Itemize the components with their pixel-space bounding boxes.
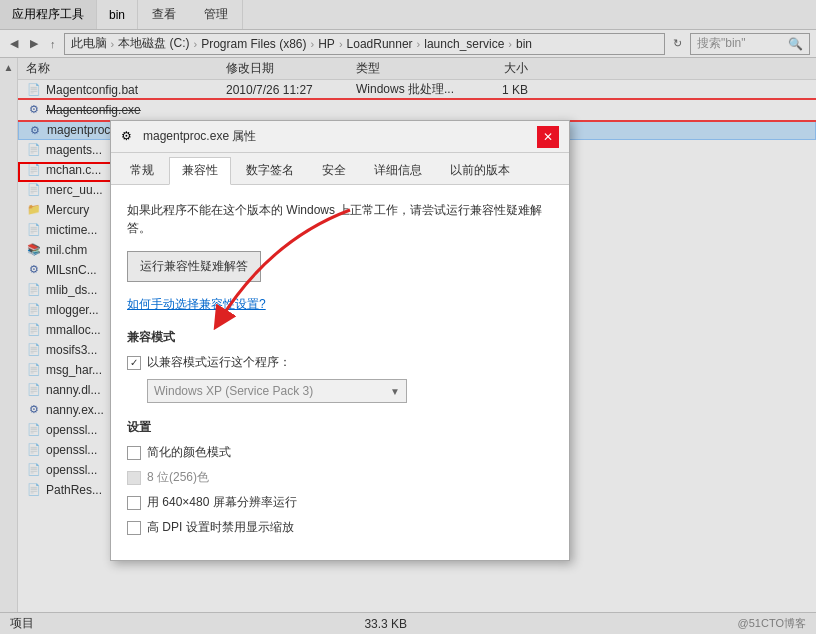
settings-checkbox-0[interactable] bbox=[127, 446, 141, 460]
run-troubleshooter-button[interactable]: 运行兼容性疑难解答 bbox=[127, 251, 261, 282]
settings-label-1: 8 位(256)色 bbox=[147, 469, 209, 486]
compat-mode-select[interactable]: Windows XP (Service Pack 3) ▼ bbox=[147, 379, 407, 403]
tab-general[interactable]: 常规 bbox=[117, 157, 167, 184]
dialog-titlebar: ⚙ magentproc.exe 属性 ✕ bbox=[111, 121, 569, 153]
dialog-description: 如果此程序不能在这个版本的 Windows 上正常工作，请尝试运行兼容性疑难解答… bbox=[127, 201, 553, 237]
compat-mode-checkbox[interactable] bbox=[127, 356, 141, 370]
settings-checkbox-row-2: 用 640×480 屏幕分辨率运行 bbox=[127, 494, 553, 511]
compat-mode-checkbox-row: 以兼容模式运行这个程序： bbox=[127, 354, 553, 371]
settings-label-2: 用 640×480 屏幕分辨率运行 bbox=[147, 494, 297, 511]
tab-digital-signature[interactable]: 数字签名 bbox=[233, 157, 307, 184]
compat-select-value: Windows XP (Service Pack 3) bbox=[154, 384, 313, 398]
tab-previous-versions[interactable]: 以前的版本 bbox=[437, 157, 523, 184]
dialog-tabs: 常规 兼容性 数字签名 安全 详细信息 以前的版本 bbox=[111, 153, 569, 185]
tab-security[interactable]: 安全 bbox=[309, 157, 359, 184]
settings-section-title: 设置 bbox=[127, 419, 553, 436]
settings-checkbox-row-0: 简化的颜色模式 bbox=[127, 444, 553, 461]
settings-label-0: 简化的颜色模式 bbox=[147, 444, 231, 461]
settings-label-3: 高 DPI 设置时禁用显示缩放 bbox=[147, 519, 294, 536]
dialog-overlay: ⚙ magentproc.exe 属性 ✕ 常规 兼容性 数字签名 安全 详细信… bbox=[0, 0, 816, 634]
settings-checkbox-row-1: 8 位(256)色 bbox=[127, 469, 553, 486]
settings-checkbox-2[interactable] bbox=[127, 496, 141, 510]
dialog-title-icon: ⚙ bbox=[121, 129, 137, 145]
settings-checkbox-3[interactable] bbox=[127, 521, 141, 535]
compat-select-arrow-icon: ▼ bbox=[390, 386, 400, 397]
properties-dialog: ⚙ magentproc.exe 属性 ✕ 常规 兼容性 数字签名 安全 详细信… bbox=[110, 120, 570, 561]
compat-mode-label: 以兼容模式运行这个程序： bbox=[147, 354, 291, 371]
tab-details[interactable]: 详细信息 bbox=[361, 157, 435, 184]
dialog-content: 如果此程序不能在这个版本的 Windows 上正常工作，请尝试运行兼容性疑难解答… bbox=[111, 185, 569, 560]
dialog-close-button[interactable]: ✕ bbox=[537, 126, 559, 148]
how-to-link[interactable]: 如何手动选择兼容性设置? bbox=[127, 296, 553, 313]
settings-checkbox-row-3: 高 DPI 设置时禁用显示缩放 bbox=[127, 519, 553, 536]
settings-checkbox-1 bbox=[127, 471, 141, 485]
compat-mode-section-title: 兼容模式 bbox=[127, 329, 553, 346]
tab-compatibility[interactable]: 兼容性 bbox=[169, 157, 231, 185]
dialog-title-text: magentproc.exe 属性 bbox=[143, 128, 537, 145]
